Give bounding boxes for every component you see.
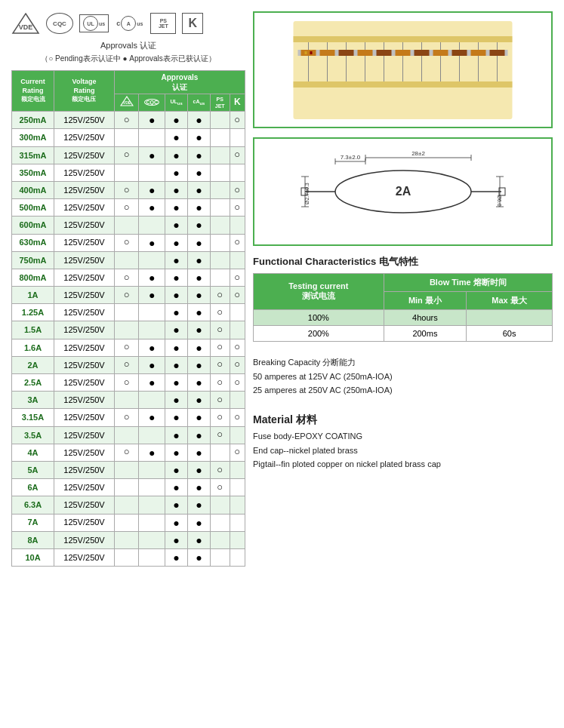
table-cell xyxy=(139,251,165,269)
table-cell: ● xyxy=(165,461,188,478)
table-row: 1.5A125V/250V●●○ xyxy=(12,321,245,339)
table-cell: 125V/250V xyxy=(54,444,115,461)
table-cell: 350mA xyxy=(12,164,54,181)
table-cell: ○ xyxy=(230,146,245,164)
table-cell: ● xyxy=(188,339,211,356)
table-cell xyxy=(114,392,139,409)
table-cell xyxy=(139,392,165,409)
table-cell: 6.3A xyxy=(12,496,54,514)
table-cell xyxy=(114,531,139,548)
table-cell: 125V/250V xyxy=(54,374,115,392)
table-row: 750mA125V/250V●● xyxy=(12,251,245,269)
table-row: 10A125V/250V●● xyxy=(12,548,245,566)
table-row: 6A125V/250V●●○ xyxy=(12,479,245,496)
table-cell: ○ xyxy=(210,339,230,356)
breaking-section: Breaking Capacity 分断能力 50 amperes at 125… xyxy=(253,355,553,398)
table-cell: 125V/250V xyxy=(54,356,115,373)
func-cell xyxy=(467,310,553,326)
table-cell: ● xyxy=(188,146,211,164)
table-cell xyxy=(230,129,245,146)
table-cell: ● xyxy=(139,444,165,461)
table-cell: 125V/250V xyxy=(54,217,115,234)
table-cell: 125V/250V xyxy=(54,304,115,321)
table-cell: ● xyxy=(139,146,165,164)
table-row: 800mA125V/250V○●●●○ xyxy=(12,269,245,286)
right-panel: 2A Ø2.7±0.3 7.3±2.0 28±2 xyxy=(253,11,553,567)
table-cell: 400mA xyxy=(12,181,54,198)
table-cell: ○ xyxy=(114,234,139,251)
table-cell xyxy=(230,548,245,566)
table-cell xyxy=(114,304,139,321)
table-cell: ● xyxy=(188,251,211,269)
table-cell: ○ xyxy=(210,392,230,409)
approvals-title: Approvals 认证 xyxy=(11,40,245,51)
k-logo: K xyxy=(182,13,203,34)
table-row: 5A125V/250V●●○ xyxy=(12,461,245,478)
table-cell: ○ xyxy=(230,339,245,356)
table-cell: ● xyxy=(165,496,188,514)
svg-text:VDE: VDE xyxy=(19,23,33,31)
table-cell: ○ xyxy=(114,199,139,217)
table-row: 7A125V/250V●● xyxy=(12,514,245,531)
table-cell: 125V/250V xyxy=(54,339,115,356)
table-cell: ○ xyxy=(230,444,245,461)
table-cell: ● xyxy=(165,426,188,444)
table-row: 315mA125V/250V○●●●○ xyxy=(12,146,245,164)
table-cell: ● xyxy=(188,356,211,373)
table-cell xyxy=(230,321,245,339)
table-cell: ● xyxy=(165,129,188,146)
functional-title: Functional Characteristics 电气特性 xyxy=(253,255,553,269)
table-cell: ● xyxy=(188,164,211,181)
table-cell: 125V/250V xyxy=(54,199,115,217)
table-cell: 300mA xyxy=(12,129,54,146)
svg-rect-50 xyxy=(451,50,469,56)
ps-logo: PS JET xyxy=(150,13,176,34)
table-cell: ● xyxy=(188,217,211,234)
table-cell xyxy=(139,548,165,566)
func-cell: 200ms xyxy=(384,326,466,342)
table-cell xyxy=(210,514,230,531)
table-cell: ● xyxy=(139,374,165,392)
func-cell: 4hours xyxy=(384,310,466,326)
table-cell xyxy=(230,514,245,531)
table-cell: 1.6A xyxy=(12,339,54,356)
table-cell xyxy=(139,479,165,496)
func-row: 200%200ms60s xyxy=(254,326,553,342)
table-cell: ● xyxy=(139,112,165,129)
table-cell: 600mA xyxy=(12,217,54,234)
col-caus: cAus xyxy=(188,94,211,112)
table-cell xyxy=(230,304,245,321)
table-cell xyxy=(114,129,139,146)
svg-rect-56 xyxy=(468,50,471,56)
table-cell: ● xyxy=(188,548,211,566)
table-cell: ● xyxy=(165,444,188,461)
table-cell xyxy=(114,426,139,444)
table-cell: 125V/250V xyxy=(54,548,115,566)
table-cell: ● xyxy=(165,181,188,198)
table-row: 1.25A125V/250V●●○ xyxy=(12,304,245,321)
table-cell: ● xyxy=(188,444,211,461)
table-cell: 3.5A xyxy=(12,426,54,444)
table-row: 300mA125V/250V●● xyxy=(12,129,245,146)
table-cell: ● xyxy=(165,199,188,217)
svg-rect-31 xyxy=(374,50,377,56)
table-cell: ● xyxy=(165,409,188,426)
func-cell: 200% xyxy=(254,326,384,342)
approvals-table: CurrentRating额定电流 VoltageRating额定电压 Appr… xyxy=(11,70,245,567)
material-section: Material 材料 Fuse body-EPOXY COATINGEnd c… xyxy=(253,411,553,472)
table-row: 6.3A125V/250V●● xyxy=(12,496,245,514)
svg-rect-60 xyxy=(488,50,507,56)
table-cell: 2.5A xyxy=(12,374,54,392)
table-cell: ● xyxy=(165,339,188,356)
cqc-logo: CQC xyxy=(46,13,73,34)
table-cell xyxy=(139,164,165,181)
table-cell xyxy=(230,496,245,514)
table-cell: ● xyxy=(188,321,211,339)
col-ps: PSJET xyxy=(210,94,230,112)
table-cell: ○ xyxy=(210,304,230,321)
svg-text:2A: 2A xyxy=(395,185,411,198)
material-line: Pigtail--fin ploted copper on nickel pla… xyxy=(253,457,553,472)
table-cell: 125V/250V xyxy=(54,181,115,198)
table-cell: ● xyxy=(188,479,211,496)
table-cell: 125V/250V xyxy=(54,269,115,286)
